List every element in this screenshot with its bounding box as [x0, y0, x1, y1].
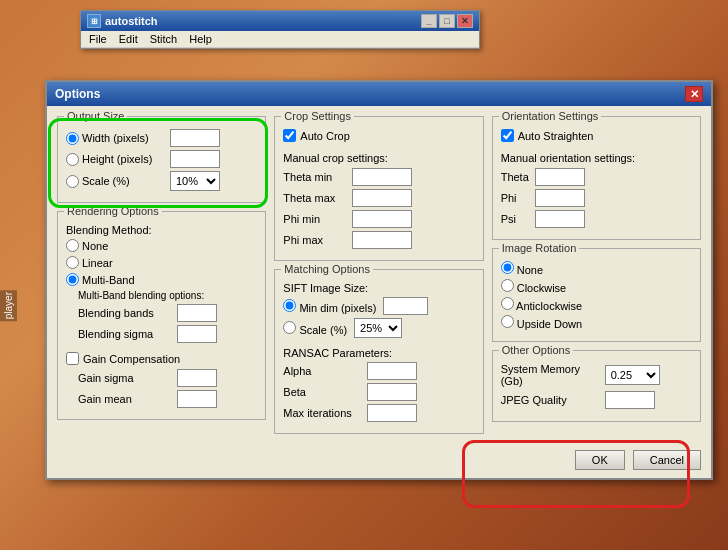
psi-orient-input[interactable]: 0	[535, 210, 585, 228]
image-rotation-title: Image Rotation	[499, 242, 580, 254]
blend-none-text: None	[82, 240, 108, 252]
maximize-btn[interactable]: □	[439, 14, 455, 28]
scale-row: Scale (%) 10%25%50%100%	[66, 171, 257, 191]
blending-bands-row: Blending bands 2	[78, 304, 257, 322]
other-options-section: Other Options System Memory (Gb) 0.250.5…	[492, 350, 701, 422]
image-rotation-section: Image Rotation None Clockwise	[492, 248, 701, 342]
gain-sigma-row: Gain sigma 0.1	[78, 369, 257, 387]
sift-scale-select[interactable]: 25%50%100%	[354, 318, 402, 338]
width-radio[interactable]	[66, 132, 79, 145]
multiband-options-label: Multi-Band blending options:	[78, 290, 257, 301]
ransac-label: RANSAC Parameters:	[283, 347, 474, 359]
gain-mean-row: Gain mean 1	[78, 390, 257, 408]
close-btn[interactable]: ✕	[457, 14, 473, 28]
alpha-input[interactable]: 10	[367, 362, 417, 380]
width-input[interactable]: 1400	[170, 129, 220, 147]
maxiter-row: Max iterations 500	[283, 404, 474, 422]
sift-mindim-label[interactable]: Min dim (pixels)	[283, 299, 376, 314]
gain-mean-input[interactable]: 1	[177, 390, 217, 408]
blend-multiband-text: Multi-Band	[82, 274, 135, 286]
crop-title: Crop Settings	[281, 110, 354, 122]
theta-min-row: Theta min -180	[283, 168, 474, 186]
blending-sigma-label: Blending sigma	[78, 328, 173, 340]
rotation-none-label[interactable]: None	[501, 261, 543, 276]
blend-linear-radio[interactable]	[66, 256, 79, 269]
auto-straighten-checkbox[interactable]	[501, 129, 514, 142]
options-close-button[interactable]: ✕	[685, 86, 703, 102]
phi-max-input[interactable]: 90	[352, 231, 412, 249]
options-titlebar: Options ✕	[47, 82, 711, 106]
theta-min-input[interactable]: -180	[352, 168, 412, 186]
phi-orient-input[interactable]: 0	[535, 189, 585, 207]
blend-linear-label[interactable]: Linear	[66, 256, 113, 269]
menu-edit[interactable]: Edit	[119, 33, 138, 45]
rotation-none-radio[interactable]	[501, 261, 514, 274]
output-size-section: Output Size Width (pixels) 1400 Height (…	[57, 116, 266, 203]
scale-select[interactable]: 10%25%50%100%	[170, 171, 220, 191]
jpeg-quality-input[interactable]: 75	[605, 391, 655, 409]
matching-section: Matching Options SIFT Image Size: Min di…	[274, 269, 483, 434]
autostitch-titlebar: ⊞ autostitch _ □ ✕	[81, 11, 479, 31]
rotation-acw-text: Anticlockwise	[516, 300, 582, 312]
phi-min-input[interactable]: -90	[352, 210, 412, 228]
theta-max-input[interactable]: 180	[352, 189, 412, 207]
height-radio[interactable]	[66, 153, 79, 166]
rotation-cw-label[interactable]: Clockwise	[501, 279, 567, 294]
orientation-title: Orientation Settings	[499, 110, 602, 122]
blend-none-radio[interactable]	[66, 239, 79, 252]
blending-sigma-input[interactable]: 5	[177, 325, 217, 343]
phi-max-row: Phi max 90	[283, 231, 474, 249]
blend-multiband-radio[interactable]	[66, 273, 79, 286]
sysmem-select[interactable]: 0.250.5124	[605, 365, 660, 385]
phi-orient-row: Phi 0	[501, 189, 692, 207]
gain-sigma-input[interactable]: 0.1	[177, 369, 217, 387]
psi-orient-row: Psi 0	[501, 210, 692, 228]
options-dialog: Options ✕ Output Size Width (pixels) 140…	[45, 80, 713, 480]
rotation-none-row: None	[501, 261, 692, 276]
output-size-title: Output Size	[64, 110, 127, 122]
rotation-none-text: None	[517, 264, 543, 276]
cancel-button[interactable]: Cancel	[633, 450, 701, 470]
auto-crop-row: Auto Crop	[283, 129, 474, 142]
beta-input[interactable]: 0.2	[367, 383, 417, 401]
sift-scale-label[interactable]: Scale (%)	[283, 321, 347, 336]
phi-orient-label: Phi	[501, 192, 529, 204]
gain-comp-row: Gain Compensation	[66, 352, 257, 365]
ok-button[interactable]: OK	[575, 450, 625, 470]
sift-mindim-text: Min dim (pixels)	[299, 302, 376, 314]
maxiter-input[interactable]: 500	[367, 404, 417, 422]
height-row: Height (pixels) 1400	[66, 150, 257, 168]
maxiter-label: Max iterations	[283, 407, 363, 419]
scale-label[interactable]: Scale (%)	[66, 175, 166, 188]
blend-multiband-label[interactable]: Multi-Band	[66, 273, 135, 286]
height-label[interactable]: Height (pixels)	[66, 153, 166, 166]
theta-orient-row: Theta 0	[501, 168, 692, 186]
blending-bands-label: Blending bands	[78, 307, 173, 319]
menu-stitch[interactable]: Stitch	[150, 33, 178, 45]
menu-help[interactable]: Help	[189, 33, 212, 45]
sift-mindim-radio[interactable]	[283, 299, 296, 312]
sift-scale-row: Scale (%) 25%50%100%	[283, 318, 474, 338]
gain-comp-checkbox[interactable]	[66, 352, 79, 365]
rotation-ud-radio[interactable]	[501, 315, 514, 328]
col-1: Output Size Width (pixels) 1400 Height (…	[57, 116, 266, 434]
rotation-cw-radio[interactable]	[501, 279, 514, 292]
auto-crop-checkbox[interactable]	[283, 129, 296, 142]
sift-mindim-input[interactable]: 400	[383, 297, 428, 315]
rendering-section: Rendering Options Blending Method: None …	[57, 211, 266, 420]
sift-scale-radio[interactable]	[283, 321, 296, 334]
height-input[interactable]: 1400	[170, 150, 220, 168]
rotation-ud-label[interactable]: Upside Down	[501, 315, 582, 330]
width-text: Width (pixels)	[82, 132, 149, 144]
scale-radio[interactable]	[66, 175, 79, 188]
theta-orient-input[interactable]: 0	[535, 168, 585, 186]
menu-file[interactable]: File	[89, 33, 107, 45]
blend-none-label[interactable]: None	[66, 239, 108, 252]
rotation-acw-label[interactable]: Anticlockwise	[501, 297, 582, 312]
width-label[interactable]: Width (pixels)	[66, 132, 166, 145]
rotation-acw-radio[interactable]	[501, 297, 514, 310]
blending-bands-input[interactable]: 2	[177, 304, 217, 322]
theta-min-label: Theta min	[283, 171, 348, 183]
minimize-btn[interactable]: _	[421, 14, 437, 28]
options-title: Options	[55, 87, 100, 101]
